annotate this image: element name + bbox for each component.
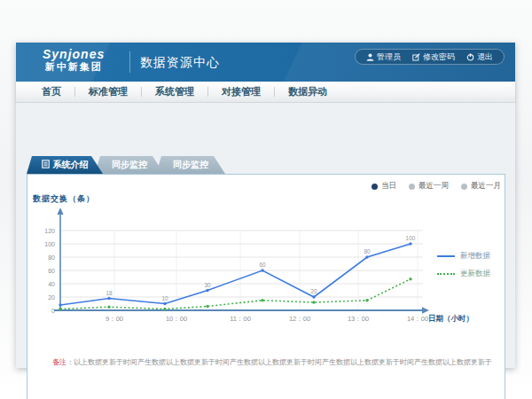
svg-text:11：00: 11：00 (230, 315, 251, 323)
svg-text:60: 60 (48, 268, 55, 274)
dotted-line-swatch (437, 273, 455, 275)
svg-text:12：00: 12：00 (289, 315, 310, 323)
chart-legend: 新增数据 更新数据 (437, 251, 490, 279)
legend-item-updated-data: 更新数据 (437, 269, 490, 279)
svg-text:30: 30 (204, 282, 211, 288)
chart-container: 0204060801001209：0010：0011：0012：0013：001… (27, 208, 505, 328)
svg-text:120: 120 (44, 228, 55, 234)
svg-text:20: 20 (48, 294, 55, 301)
main-window: Synjones 新中新集团 数据资源中心 管理员 修改密码 退出 (16, 43, 515, 368)
svg-text:80: 80 (364, 248, 371, 254)
power-icon (466, 53, 474, 61)
svg-text:20: 20 (310, 288, 317, 294)
logo-text-en: Synjones (43, 47, 105, 61)
nav-item-data-change[interactable]: 数据异动 (275, 85, 340, 98)
radio-last-week[interactable]: 最近一周 (409, 181, 449, 192)
tab-bar: 系统介绍 同步监控 同步监控 (27, 156, 225, 174)
logout-button[interactable]: 退出 (466, 51, 493, 63)
time-range-filter: 当日 最近一周 最近一月 (372, 181, 501, 192)
radio-label: 最近一月 (471, 181, 501, 192)
svg-text:13：00: 13：00 (348, 315, 369, 323)
page: Synjones 新中新集团 数据资源中心 管理员 修改密码 退出 (0, 0, 532, 399)
chart-panel: 当日 最近一周 最近一月 数据交换（条） 0204060801001209：00… (27, 174, 505, 399)
tab-label: 同步监控 (173, 159, 208, 171)
svg-text:100: 100 (406, 235, 416, 241)
tab-label: 同步监控 (112, 159, 147, 171)
logout-label: 退出 (477, 51, 493, 63)
legend-label: 更新数据 (460, 269, 490, 279)
svg-text:18: 18 (106, 290, 113, 296)
y-axis-title: 数据交换（条） (33, 193, 95, 205)
nav-item-interface-mgmt[interactable]: 对接管理 (208, 85, 274, 98)
nav-item-standard-mgmt[interactable]: 标准管理 (75, 85, 141, 98)
change-password-label: 修改密码 (423, 51, 455, 63)
radio-today[interactable]: 当日 (372, 181, 396, 192)
radio-last-month[interactable]: 最近一月 (461, 181, 501, 192)
svg-text:80: 80 (48, 254, 55, 261)
edit-icon (412, 53, 420, 61)
solid-line-swatch (437, 255, 455, 257)
line-chart: 0204060801001209：0010：0011：0012：0013：001… (27, 208, 505, 328)
footnote: 备注：以上数据更新于时间产生数据以上数据更新于时间产生数据以上数据更新于时间产生… (52, 357, 494, 367)
radio-label: 当日 (381, 181, 396, 192)
nav-item-system-mgmt[interactable]: 系统管理 (142, 85, 207, 98)
svg-text:60: 60 (259, 262, 266, 268)
tab-system-intro[interactable]: 系统介绍 (27, 156, 103, 174)
radio-unselected-icon (409, 184, 415, 190)
user-toolbar: 管理员 修改密码 退出 (355, 49, 505, 65)
change-password-button[interactable]: 修改密码 (412, 51, 455, 63)
app-title: 数据资源中心 (140, 55, 220, 71)
legend-label: 新增数据 (460, 251, 490, 262)
nav-item-home[interactable]: 首页 (28, 85, 74, 98)
svg-text:14：00: 14：00 (407, 315, 428, 323)
content-area: 系统介绍 同步监控 同步监控 当日 最近一 (16, 103, 515, 368)
svg-text:日期（小时）: 日期（小时） (428, 314, 473, 323)
logo-text-cn: 新中新集团 (43, 61, 105, 73)
logo: Synjones 新中新集团 (43, 47, 105, 73)
svg-text:10: 10 (161, 295, 168, 301)
main-nav: 首页 标准管理 系统管理 对接管理 数据异动 (16, 82, 515, 103)
svg-text:40: 40 (48, 281, 55, 287)
document-icon (42, 160, 50, 170)
user-icon (366, 53, 374, 61)
svg-text:100: 100 (44, 241, 55, 247)
footnote-text: ：以上数据更新于时间产生数据以上数据更新于时间产生数据以上数据更新于时间产生数据… (66, 358, 492, 366)
user-label: 管理员 (377, 51, 401, 63)
svg-text:10：00: 10：00 (166, 315, 187, 323)
legend-item-new-data: 新增数据 (437, 251, 490, 262)
radio-label: 最近一周 (419, 181, 449, 192)
radio-selected-icon (372, 184, 378, 190)
footnote-label: 备注 (52, 358, 66, 366)
header-divider (129, 51, 130, 73)
app-header: Synjones 新中新集团 数据资源中心 管理员 修改密码 退出 (16, 43, 515, 82)
tab-label: 系统介绍 (53, 159, 89, 171)
current-user-button[interactable]: 管理员 (366, 51, 401, 63)
svg-text:9：00: 9：00 (106, 315, 123, 323)
radio-unselected-icon (461, 184, 467, 190)
tab-sync-monitor-1[interactable]: 同步监控 (95, 156, 164, 174)
tab-sync-monitor-2[interactable]: 同步监控 (156, 156, 225, 174)
